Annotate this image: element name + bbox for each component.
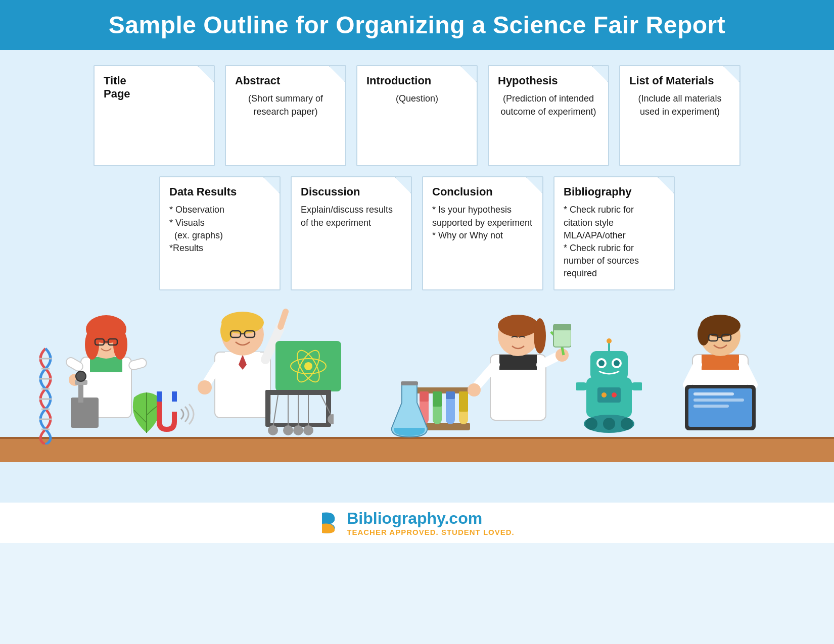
cards-row-2: Data Results * Observation * Visuals (ex… (30, 176, 804, 290)
svg-point-84 (598, 360, 605, 366)
svg-point-31 (220, 320, 233, 342)
card-conclusion: Conclusion * Is your hypothesis supporte… (422, 176, 543, 290)
svg-rect-90 (630, 382, 642, 390)
svg-rect-24 (157, 391, 162, 402)
card-introduction: Introduction (Question) (356, 65, 478, 166)
card-hypothesis-body: (Prediction of intended outcome of exper… (498, 92, 599, 118)
svg-rect-46 (265, 390, 270, 425)
card-discussion: Discussion Explain/discuss results of th… (291, 176, 412, 290)
svg-rect-71 (499, 355, 537, 370)
card-abstract-title: Abstract (235, 74, 336, 87)
card-title-page-title: TitlePage (104, 74, 205, 101)
svg-point-102 (698, 323, 710, 345)
svg-rect-45 (265, 390, 331, 395)
svg-point-52 (283, 425, 293, 435)
card-abstract: Abstract (Short summary of research pape… (225, 65, 346, 166)
svg-rect-99 (702, 355, 739, 370)
footer: Bibliography.com TEACHER APPROVED. STUDE… (0, 503, 834, 543)
card-discussion-title: Discussion (301, 185, 402, 199)
atom-board-icon (275, 341, 341, 391)
svg-point-86 (614, 360, 620, 366)
svg-point-96 (601, 392, 607, 398)
cards-grid: TitlePage Abstract (Short summary of res… (30, 65, 804, 290)
svg-rect-25 (172, 391, 177, 402)
svg-rect-89 (576, 382, 588, 390)
svg-rect-112 (693, 405, 729, 408)
card-data-results: Data Results * Observation * Visuals (ex… (159, 176, 281, 290)
footer-tagline: TEACHER APPROVED. STUDENT LOVED. (347, 528, 514, 536)
svg-point-94 (621, 418, 633, 430)
cards-row-1: TitlePage Abstract (Short summary of res… (30, 65, 804, 166)
card-conclusion-title: Conclusion (432, 185, 533, 199)
svg-point-41 (304, 362, 312, 370)
card-list-of-materials-title: List of Materials (629, 74, 730, 87)
card-bibliography-title: Bibliography (564, 185, 665, 199)
svg-point-73 (498, 315, 538, 337)
card-bibliography: Bibliography * Check rubric for citation… (553, 176, 675, 290)
svg-rect-69 (401, 381, 418, 385)
flask-icon (389, 377, 430, 438)
card-conclusion-body: * Is your hypothesis supported by experi… (432, 204, 533, 242)
header: Sample Outline for Organizing a Science … (0, 0, 834, 50)
svg-point-54 (293, 425, 303, 435)
card-hypothesis-title: Hypothesis (498, 74, 599, 87)
svg-rect-82 (590, 351, 628, 380)
newtons-cradle-icon (263, 387, 334, 438)
svg-point-88 (607, 338, 612, 343)
bibliography-logo-icon (319, 510, 342, 535)
svg-point-76 (468, 383, 481, 397)
svg-rect-80 (553, 324, 571, 330)
svg-point-74 (534, 318, 546, 354)
card-introduction-title: Introduction (366, 74, 468, 87)
robot-icon (576, 337, 642, 438)
boy-with-tablet-icon (667, 291, 773, 438)
table-surface (0, 437, 834, 462)
svg-point-39 (198, 380, 212, 394)
svg-point-92 (585, 418, 597, 430)
svg-rect-111 (693, 399, 744, 402)
svg-rect-110 (693, 392, 734, 395)
svg-rect-17 (65, 356, 84, 372)
svg-point-23 (76, 371, 86, 381)
card-introduction-body: (Question) (366, 92, 468, 105)
page-title: Sample Outline for Organizing a Science … (20, 11, 814, 39)
svg-rect-64 (433, 391, 442, 407)
card-hypothesis: Hypothesis (Prediction of intended outco… (488, 65, 609, 166)
svg-rect-95 (597, 387, 621, 403)
footer-site-name: Bibliography.com (347, 509, 514, 528)
card-list-of-materials: List of Materials (Include all materials… (619, 65, 740, 166)
card-abstract-body: (Short summary of research paper) (235, 92, 336, 118)
card-bibliography-body: * Check rubric for citation style MLA/AP… (564, 204, 665, 280)
svg-rect-20 (71, 398, 99, 428)
card-data-results-body: * Observation * Visuals (ex. graphs) *Re… (169, 204, 270, 255)
main-content: TitlePage Abstract (Short summary of res… (0, 50, 834, 290)
card-list-of-materials-body: (Include all materials used in experimen… (629, 92, 730, 118)
illustration-area (0, 290, 834, 503)
footer-logo: Bibliography.com TEACHER APPROVED. STUDE… (319, 509, 514, 536)
girl-pouring-icon (465, 291, 571, 438)
svg-rect-66 (446, 391, 455, 399)
svg-rect-9 (90, 357, 122, 372)
svg-point-50 (268, 425, 278, 435)
card-data-results-title: Data Results (169, 185, 270, 199)
footer-text-block: Bibliography.com TEACHER APPROVED. STUDE… (347, 509, 514, 536)
svg-point-56 (303, 425, 313, 435)
svg-point-93 (603, 418, 615, 430)
svg-line-37 (281, 312, 286, 327)
svg-point-97 (612, 392, 617, 398)
card-discussion-body: Explain/discuss results of the experimen… (301, 204, 402, 229)
card-title-page: TitlePage (94, 65, 215, 166)
